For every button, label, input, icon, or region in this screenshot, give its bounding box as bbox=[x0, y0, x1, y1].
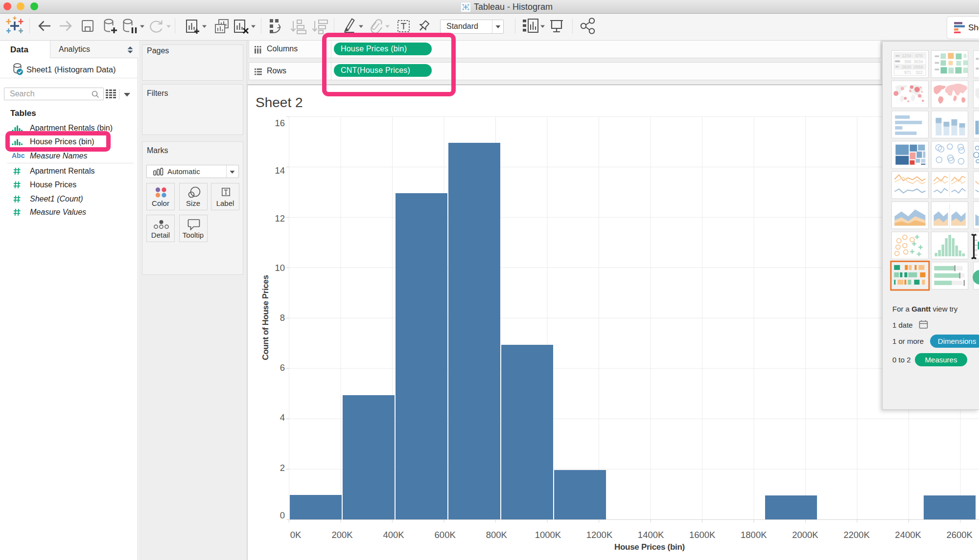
svg-text:1400K: 1400K bbox=[638, 530, 664, 540]
svg-text:2200K: 2200K bbox=[843, 530, 870, 540]
svg-text:600K: 600K bbox=[435, 530, 456, 540]
svg-text:3034: 3034 bbox=[914, 59, 923, 64]
svg-text:0: 0 bbox=[280, 510, 285, 520]
svg-text:2559: 2559 bbox=[914, 65, 923, 69]
svg-text:8: 8 bbox=[280, 313, 285, 323]
svg-text:2400K: 2400K bbox=[895, 530, 921, 540]
svg-text:322: 322 bbox=[915, 70, 922, 75]
svg-text:1234: 1234 bbox=[902, 53, 911, 58]
svg-text:800K: 800K bbox=[486, 530, 508, 540]
svg-text:971: 971 bbox=[904, 70, 911, 75]
svg-text:1000K: 1000K bbox=[535, 530, 561, 540]
svg-text:400K: 400K bbox=[383, 530, 404, 540]
svg-text:368: 368 bbox=[904, 59, 911, 64]
svg-text:0K: 0K bbox=[290, 530, 302, 540]
svg-text:2600K: 2600K bbox=[946, 530, 973, 540]
svg-text:2000K: 2000K bbox=[792, 530, 818, 540]
svg-text:House Prices (bin): House Prices (bin) bbox=[614, 542, 685, 552]
svg-text:6: 6 bbox=[280, 362, 285, 373]
svg-text:2: 2 bbox=[280, 463, 285, 473]
svg-text:Count of House Prices: Count of House Prices bbox=[261, 275, 270, 360]
svg-text:1800K: 1800K bbox=[741, 530, 767, 540]
svg-text:1600K: 1600K bbox=[689, 530, 716, 540]
svg-text:14: 14 bbox=[275, 165, 285, 176]
svg-text:678: 678 bbox=[915, 53, 922, 58]
svg-text:200K: 200K bbox=[331, 530, 353, 540]
svg-text:12: 12 bbox=[275, 213, 285, 224]
svg-text:10: 10 bbox=[275, 263, 285, 273]
svg-text:16: 16 bbox=[275, 118, 285, 128]
svg-text:2620: 2620 bbox=[902, 65, 911, 69]
svg-text:4: 4 bbox=[280, 412, 285, 423]
svg-text:1200K: 1200K bbox=[586, 530, 613, 540]
